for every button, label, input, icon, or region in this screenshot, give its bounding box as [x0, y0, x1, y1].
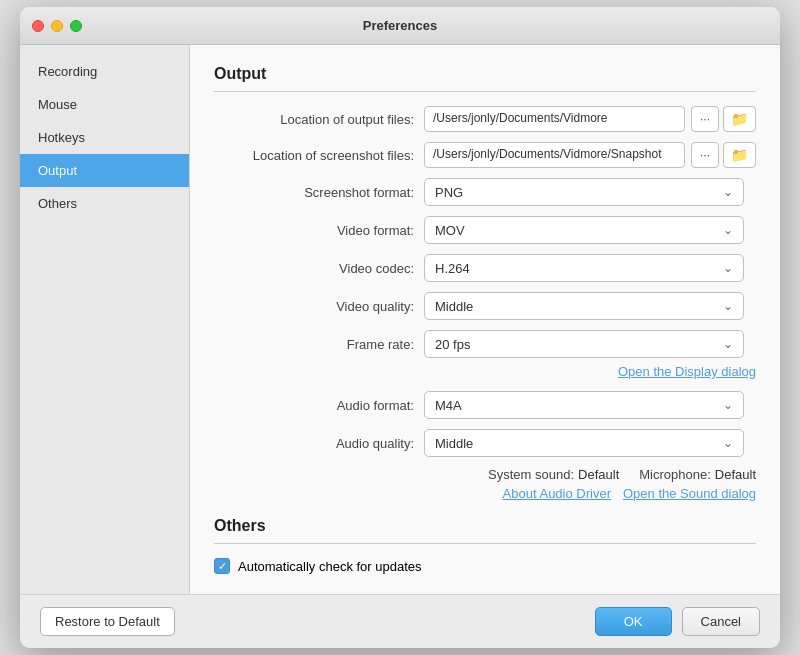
- video-quality-row: Video quality: Middle ⌄: [214, 292, 756, 320]
- screenshot-location-input-group: /Users/jonly/Documents/Vidmore/Snapshot …: [424, 142, 756, 168]
- sidebar-item-recording[interactable]: Recording: [20, 55, 189, 88]
- video-quality-arrow: ⌄: [723, 299, 733, 313]
- audio-status-row: System sound: Default Microphone: Defaul…: [214, 467, 756, 482]
- video-codec-value: H.264: [435, 261, 470, 276]
- audio-format-value: M4A: [435, 398, 462, 413]
- cancel-button[interactable]: Cancel: [682, 607, 760, 636]
- output-location-label: Location of output files:: [214, 112, 424, 127]
- frame-rate-arrow: ⌄: [723, 337, 733, 351]
- output-location-row: Location of output files: /Users/jonly/D…: [214, 106, 756, 132]
- others-section: Others ✓ Automatically check for updates: [214, 517, 756, 574]
- video-format-label: Video format:: [214, 223, 424, 238]
- traffic-lights: [32, 20, 82, 32]
- video-quality-label: Video quality:: [214, 299, 424, 314]
- output-location-folder-button[interactable]: 📁: [723, 106, 756, 132]
- sidebar-item-others[interactable]: Others: [20, 187, 189, 220]
- frame-rate-label: Frame rate:: [214, 337, 424, 352]
- screenshot-format-dropdown[interactable]: PNG ⌄: [424, 178, 744, 206]
- display-dialog-link[interactable]: Open the Display dialog: [618, 364, 756, 379]
- screenshot-format-row: Screenshot format: PNG ⌄: [214, 178, 756, 206]
- window-title: Preferences: [363, 18, 437, 33]
- preferences-window: Preferences Recording Mouse Hotkeys Outp…: [20, 7, 780, 648]
- maximize-button[interactable]: [70, 20, 82, 32]
- video-format-row: Video format: MOV ⌄: [214, 216, 756, 244]
- screenshot-location-input[interactable]: /Users/jonly/Documents/Vidmore/Snapshot: [424, 142, 685, 168]
- screenshot-format-label: Screenshot format:: [214, 185, 424, 200]
- checkmark-icon: ✓: [218, 560, 227, 573]
- auto-update-row: ✓ Automatically check for updates: [214, 558, 756, 574]
- audio-quality-value: Middle: [435, 436, 473, 451]
- open-sound-dialog-link[interactable]: Open the Sound dialog: [623, 486, 756, 501]
- frame-rate-row: Frame rate: 20 fps ⌄: [214, 330, 756, 358]
- output-location-dots-button[interactable]: ···: [691, 106, 719, 132]
- microphone-value: Default: [715, 467, 756, 482]
- audio-format-row: Audio format: M4A ⌄: [214, 391, 756, 419]
- minimize-button[interactable]: [51, 20, 63, 32]
- microphone-label: Microphone:: [639, 467, 711, 482]
- restore-default-button[interactable]: Restore to Default: [40, 607, 175, 636]
- frame-rate-dropdown[interactable]: 20 fps ⌄: [424, 330, 744, 358]
- output-location-input-group: /Users/jonly/Documents/Vidmore ··· 📁: [424, 106, 756, 132]
- audio-format-arrow: ⌄: [723, 398, 733, 412]
- screenshot-location-folder-button[interactable]: 📁: [723, 142, 756, 168]
- audio-quality-label: Audio quality:: [214, 436, 424, 451]
- audio-format-dropdown[interactable]: M4A ⌄: [424, 391, 744, 419]
- footer: Restore to Default OK Cancel: [20, 594, 780, 648]
- frame-rate-value: 20 fps: [435, 337, 470, 352]
- main-content: Recording Mouse Hotkeys Output Others Ou…: [20, 45, 780, 594]
- footer-right-buttons: OK Cancel: [595, 607, 760, 636]
- auto-update-label: Automatically check for updates: [238, 559, 422, 574]
- sidebar: Recording Mouse Hotkeys Output Others: [20, 45, 190, 594]
- ok-button[interactable]: OK: [595, 607, 672, 636]
- video-format-dropdown[interactable]: MOV ⌄: [424, 216, 744, 244]
- close-button[interactable]: [32, 20, 44, 32]
- microphone-item: Microphone: Default: [639, 467, 756, 482]
- video-format-value: MOV: [435, 223, 465, 238]
- screenshot-format-arrow: ⌄: [723, 185, 733, 199]
- system-sound-label: System sound:: [488, 467, 574, 482]
- sidebar-item-mouse[interactable]: Mouse: [20, 88, 189, 121]
- video-codec-row: Video codec: H.264 ⌄: [214, 254, 756, 282]
- audio-format-label: Audio format:: [214, 398, 424, 413]
- output-section-title: Output: [214, 65, 756, 92]
- system-sound-item: System sound: Default: [488, 467, 619, 482]
- screenshot-location-dots-button[interactable]: ···: [691, 142, 719, 168]
- video-quality-value: Middle: [435, 299, 473, 314]
- about-audio-driver-link[interactable]: About Audio Driver: [503, 486, 611, 501]
- output-location-input[interactable]: /Users/jonly/Documents/Vidmore: [424, 106, 685, 132]
- audio-quality-row: Audio quality: Middle ⌄: [214, 429, 756, 457]
- auto-update-checkbox[interactable]: ✓: [214, 558, 230, 574]
- screenshot-format-value: PNG: [435, 185, 463, 200]
- video-codec-dropdown[interactable]: H.264 ⌄: [424, 254, 744, 282]
- display-dialog-link-row: Open the Display dialog: [214, 364, 756, 379]
- sidebar-item-hotkeys[interactable]: Hotkeys: [20, 121, 189, 154]
- video-quality-dropdown[interactable]: Middle ⌄: [424, 292, 744, 320]
- video-codec-arrow: ⌄: [723, 261, 733, 275]
- video-codec-label: Video codec:: [214, 261, 424, 276]
- others-section-title: Others: [214, 517, 756, 544]
- screenshot-location-row: Location of screenshot files: /Users/jon…: [214, 142, 756, 168]
- sidebar-item-output[interactable]: Output: [20, 154, 189, 187]
- system-sound-value: Default: [578, 467, 619, 482]
- titlebar: Preferences: [20, 7, 780, 45]
- screenshot-location-label: Location of screenshot files:: [214, 148, 424, 163]
- audio-quality-arrow: ⌄: [723, 436, 733, 450]
- audio-links-row: About Audio Driver Open the Sound dialog: [214, 486, 756, 501]
- video-format-arrow: ⌄: [723, 223, 733, 237]
- content-area: Output Location of output files: /Users/…: [190, 45, 780, 594]
- audio-quality-dropdown[interactable]: Middle ⌄: [424, 429, 744, 457]
